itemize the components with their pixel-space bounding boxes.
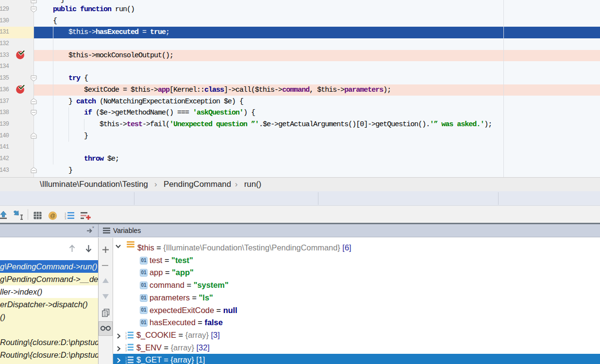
svg-text:@: @ — [50, 213, 55, 218]
svg-text:3: 3 — [125, 337, 127, 339]
svg-text:3: 3 — [65, 217, 67, 219]
svg-text:*: * — [92, 227, 94, 231]
svg-text:3: 3 — [125, 362, 127, 364]
svg-text:3: 3 — [125, 349, 127, 351]
